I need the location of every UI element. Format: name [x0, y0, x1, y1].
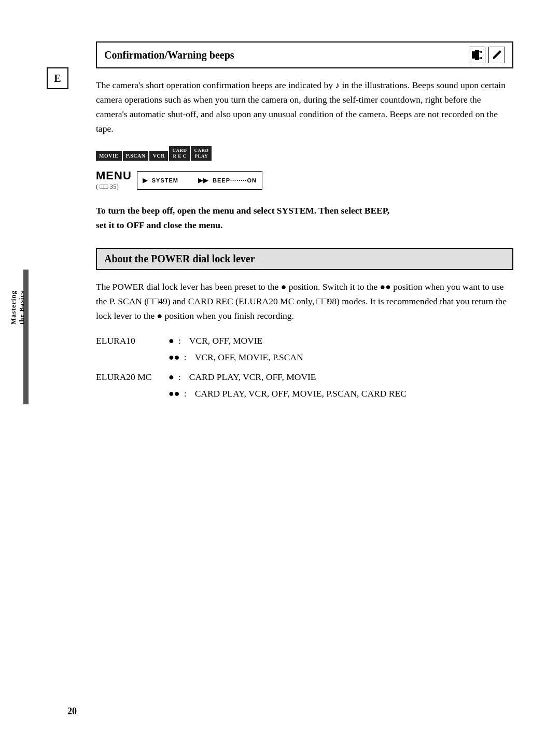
device-item-elura20: ELURA20 MC ● : CARD PLAY, VCR, OFF, MOVI…	[96, 370, 513, 401]
mode-buttons-row: MOVIE P.SCAN VCR CARDR E C CARDPLAY	[96, 146, 513, 161]
device-name-elura20: ELURA20 MC	[96, 370, 169, 384]
mode-btn-card-play: CARDPLAY	[191, 146, 212, 161]
section2-title: About the POWER dial lock lever	[104, 253, 255, 265]
section1-body: The camera's short operation confirmatio…	[96, 78, 513, 136]
page-number: 20	[67, 706, 77, 717]
sidebar-bar	[23, 270, 29, 404]
elura20-row1: ● : CARD PLAY, VCR, OFF, MOVIE	[169, 370, 407, 384]
svg-rect-1	[475, 50, 479, 60]
mode-btn-card-rec: CARDR E C	[169, 146, 190, 161]
elura20-dot-rows: ● : CARD PLAY, VCR, OFF, MOVIE ●● : CARD…	[169, 370, 407, 401]
pencil-icon	[488, 47, 505, 63]
mode-btn-pscan: P.SCAN	[123, 151, 149, 161]
section1-icons	[469, 47, 505, 63]
mode-btn-vcr: VCR	[149, 151, 168, 161]
elura20-text1: CARD PLAY, VCR, OFF, MOVIE	[189, 370, 316, 384]
menu-flow-box: ▶ SYSTEM ▶▶ BEEP········ON	[137, 171, 262, 190]
mode-btn-movie: MOVIE	[96, 151, 122, 161]
device-list: ELURA10 ● : VCR, OFF, MOVIE ●● : VCR, OF…	[96, 333, 513, 401]
section1-header: Confirmation/Warning beeps	[96, 41, 513, 68]
menu-beep: BEEP········ON	[213, 177, 257, 184]
svg-point-3	[480, 57, 482, 59]
device-item-elura10: ELURA10 ● : VCR, OFF, MOVIE ●● : VCR, OF…	[96, 333, 513, 364]
device-name-elura10: ELURA10	[96, 333, 169, 348]
sidebar-label: Mastering the Basics	[9, 290, 25, 324]
section2-header: About the POWER dial lock lever	[96, 248, 513, 270]
section-letter-e: E	[47, 67, 68, 89]
elura20-dot1: ●	[169, 372, 174, 382]
svg-point-2	[480, 51, 482, 53]
section1-title: Confirmation/Warning beeps	[104, 49, 234, 61]
speaker-icon	[469, 47, 485, 63]
menu-label-block: MENU ( □□ 35)	[96, 170, 132, 191]
elura10-dot2: ●●	[169, 352, 180, 362]
elura20-text2: CARD PLAY, VCR, OFF, MOVIE, P.SCAN, CARD…	[195, 386, 407, 401]
menu-sub: ( □□ 35)	[96, 182, 119, 191]
elura10-text1: VCR, OFF, MOVIE	[189, 333, 263, 348]
menu-arrow1: ▶	[143, 176, 148, 184]
elura10-row2: ●● : VCR, OFF, MOVIE, P.SCAN	[169, 350, 303, 364]
menu-arrow2: ▶▶	[198, 176, 208, 184]
elura10-dot1: ●	[169, 336, 174, 345]
elura20-row2: ●● : CARD PLAY, VCR, OFF, MOVIE, P.SCAN,…	[169, 386, 407, 401]
menu-word: MENU	[96, 170, 132, 181]
elura10-text2: VCR, OFF, MOVIE, P.SCAN	[195, 350, 303, 364]
page: E Confirmation/Warning beeps	[0, 0, 560, 748]
menu-system: SYSTEM	[152, 177, 178, 184]
menu-diagram: MENU ( □□ 35) ▶ SYSTEM ▶▶ BEEP········ON	[96, 170, 513, 191]
svg-rect-0	[472, 51, 475, 59]
elura20-dot2: ●●	[169, 389, 180, 398]
section2-body: The POWER dial lock lever has been prese…	[96, 279, 513, 323]
bold-instruction: To turn the beep off, open the menu and …	[96, 203, 513, 232]
elura10-row1: ● : VCR, OFF, MOVIE	[169, 333, 303, 348]
elura10-dot-rows: ● : VCR, OFF, MOVIE ●● : VCR, OFF, MOVIE…	[169, 333, 303, 364]
